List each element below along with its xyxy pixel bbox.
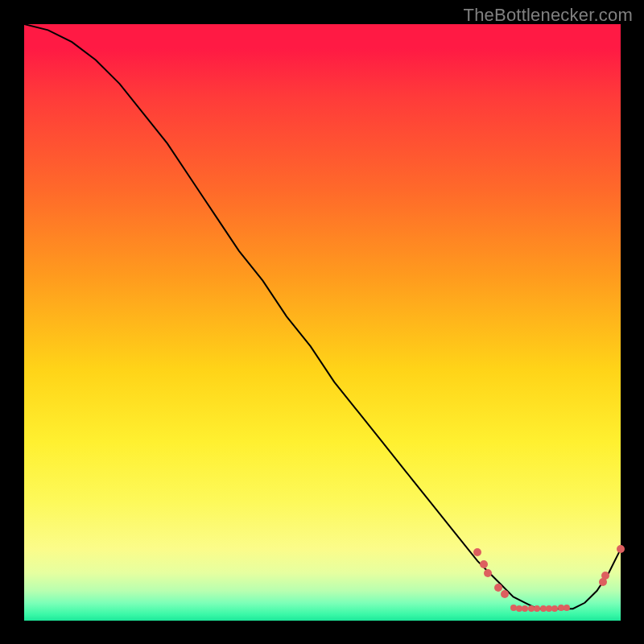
data-marker: [534, 605, 540, 612]
data-marker: [617, 545, 625, 553]
data-marker: [551, 605, 558, 612]
data-marker: [484, 569, 492, 577]
data-marker: [480, 560, 488, 568]
data-marker: [494, 584, 502, 592]
plot-area: [24, 24, 621, 621]
data-marker: [516, 605, 522, 612]
data-marker: [501, 590, 509, 598]
watermark-text: TheBottlenecker.com: [464, 5, 633, 26]
data-marker: [473, 548, 481, 556]
bottleneck-curve: [24, 24, 621, 609]
curve-layer: [24, 24, 621, 621]
data-marker: [528, 605, 535, 612]
data-marker: [522, 605, 528, 612]
data-marker: [510, 605, 517, 611]
data-marker: [564, 605, 570, 611]
data-marker: [546, 605, 552, 612]
data-marker: [558, 605, 564, 611]
data-marker: [601, 572, 609, 580]
marker-layer: [24, 24, 621, 621]
data-marker: [599, 578, 607, 586]
data-marker: [540, 605, 547, 612]
chart-stage: TheBottlenecker.com: [0, 0, 644, 644]
